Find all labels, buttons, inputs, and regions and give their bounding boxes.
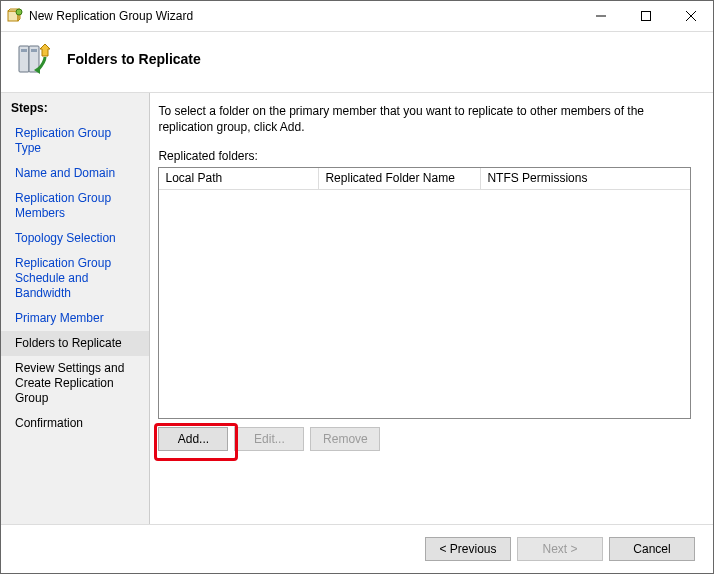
svg-rect-10 (21, 49, 27, 52)
page-title: Folders to Replicate (67, 51, 201, 67)
wizard-footer: < Previous Next > Cancel (1, 524, 713, 573)
wizard-header-icon (15, 40, 53, 78)
step-replication-group-members[interactable]: Replication Group Members (1, 186, 149, 226)
step-replication-group-type[interactable]: Replication Group Type (1, 121, 149, 161)
table-header: Local Path Replicated Folder Name NTFS P… (159, 168, 690, 190)
titlebar: New Replication Group Wizard (1, 1, 713, 32)
svg-point-3 (16, 9, 22, 15)
step-review-settings: Review Settings and Create Replication G… (1, 356, 149, 411)
wizard-body: Steps: Replication Group Type Name and D… (1, 93, 713, 524)
maximize-button[interactable] (623, 2, 668, 31)
step-name-and-domain[interactable]: Name and Domain (1, 161, 149, 186)
cancel-button[interactable]: Cancel (609, 537, 695, 561)
next-button: Next > (517, 537, 603, 561)
previous-button[interactable]: < Previous (425, 537, 511, 561)
steps-heading: Steps: (1, 101, 149, 121)
replicated-folders-list[interactable]: Local Path Replicated Folder Name NTFS P… (158, 167, 691, 419)
step-topology-selection[interactable]: Topology Selection (1, 226, 149, 251)
intro-text: To select a folder on the primary member… (158, 103, 691, 135)
edit-button: Edit... (234, 427, 304, 451)
column-local-path[interactable]: Local Path (159, 168, 319, 190)
svg-marker-12 (40, 44, 50, 56)
column-replicated-folder-name[interactable]: Replicated Folder Name (319, 168, 481, 190)
window-title: New Replication Group Wizard (29, 9, 193, 23)
close-button[interactable] (668, 2, 713, 31)
table-body-empty (159, 190, 690, 418)
app-icon (7, 8, 23, 24)
wizard-header: Folders to Replicate (1, 32, 713, 93)
replicated-folders-label: Replicated folders: (158, 149, 691, 163)
wizard-window: New Replication Group Wizard (0, 0, 714, 574)
step-primary-member[interactable]: Primary Member (1, 306, 149, 331)
remove-button: Remove (310, 427, 380, 451)
steps-sidebar: Steps: Replication Group Type Name and D… (1, 93, 150, 524)
add-button[interactable]: Add... (158, 427, 228, 451)
svg-rect-5 (641, 12, 650, 21)
svg-rect-11 (31, 49, 37, 52)
folder-action-buttons: Add... Edit... Remove (158, 427, 691, 451)
step-folders-to-replicate: Folders to Replicate (1, 331, 149, 356)
step-confirmation: Confirmation (1, 411, 149, 436)
step-schedule-and-bandwidth[interactable]: Replication Group Schedule and Bandwidth (1, 251, 149, 306)
column-ntfs-permissions[interactable]: NTFS Permissions (481, 168, 690, 190)
content-pane: To select a folder on the primary member… (150, 93, 713, 524)
minimize-button[interactable] (578, 2, 623, 31)
